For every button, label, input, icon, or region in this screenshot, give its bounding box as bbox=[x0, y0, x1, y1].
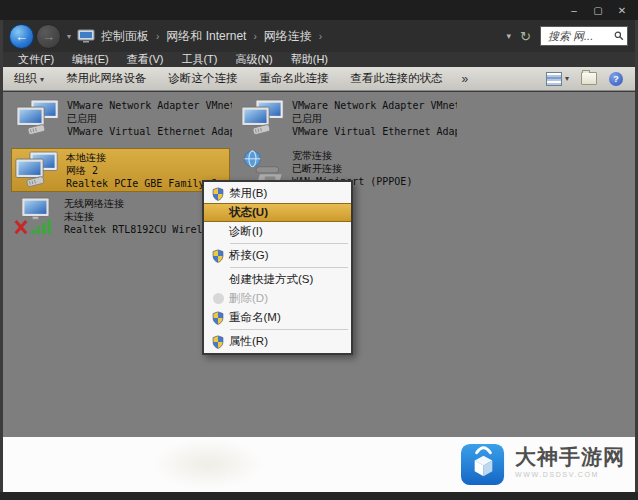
menu-item-label: 重命名(M) bbox=[229, 310, 281, 325]
menu-item-label: 诊断(I) bbox=[229, 224, 263, 239]
menu-item-label: 删除(D) bbox=[229, 291, 268, 306]
address-bar-right-controls: ▾ ↻ bbox=[507, 26, 635, 46]
breadcrumb-separator-icon: › bbox=[319, 31, 322, 42]
context-menu-item-diagnose[interactable]: 诊断(I) bbox=[204, 222, 351, 241]
menu-view[interactable]: 查看(V) bbox=[118, 52, 173, 67]
adapter-device: VMware Virtual Ethernet Adap... bbox=[67, 125, 232, 138]
search-box[interactable] bbox=[540, 26, 628, 46]
menu-tools[interactable]: 工具(T) bbox=[172, 52, 226, 67]
breadcrumb: 控制面板 › 网络和 Internet › 网络连接 › bbox=[101, 28, 322, 45]
command-toolbar: 组织▾ 禁用此网络设备 诊断这个连接 重命名此连接 查看此连接的状态 » ▾ ? bbox=[3, 67, 635, 91]
adapter-text: VMware Network Adapter VMnet8 已启用 VMware… bbox=[292, 99, 457, 138]
paper-texture-decoration bbox=[153, 439, 263, 489]
preview-pane-folder-icon[interactable] bbox=[581, 72, 597, 85]
uac-shield-icon bbox=[207, 187, 229, 201]
site-watermark: 大神手游网 WWW.DSDSV.COM bbox=[460, 440, 625, 487]
monitor-pair-icon bbox=[15, 151, 59, 190]
adapter-tile-wireless[interactable]: 无线网络连接 未连接 Realtek RTL8192CU Wireless ..… bbox=[13, 197, 229, 236]
menu-item-label: 属性(R) bbox=[229, 334, 268, 349]
organize-button[interactable]: 组织▾ bbox=[3, 71, 55, 86]
watermark-text: 大神手游网 WWW.DSDSV.COM bbox=[515, 440, 625, 478]
context-menu-item-rename[interactable]: 重命名(M) bbox=[204, 308, 351, 327]
page-footer-area: 大神手游网 WWW.DSDSV.COM bbox=[3, 437, 635, 492]
monitor-pair-icon bbox=[16, 99, 60, 138]
adapter-name: VMware Network Adapter VMnet8 bbox=[292, 99, 457, 112]
breadcrumb-separator-icon: › bbox=[253, 31, 256, 42]
context-menu-item-status[interactable]: 状态(U) bbox=[204, 203, 351, 222]
menu-bar: 文件(F) 编辑(E) 查看(V) 工具(T) 高级(N) 帮助(H) bbox=[3, 52, 635, 67]
breadcrumb-separator-icon: › bbox=[156, 31, 159, 42]
watermark-url: WWW.DSDSV.COM bbox=[515, 471, 625, 478]
adapter-name: 宽带连接 bbox=[292, 149, 412, 162]
menu-separator bbox=[230, 243, 348, 244]
menu-item-label: 状态(U) bbox=[229, 205, 268, 220]
nav-history-caret-icon[interactable]: ▾ bbox=[67, 32, 71, 41]
breadcrumb-control-panel[interactable]: 控制面板 bbox=[101, 28, 149, 45]
breadcrumb-network-connections[interactable]: 网络连接 bbox=[264, 28, 312, 45]
diagnose-connection-button[interactable]: 诊断这个连接 bbox=[158, 71, 249, 86]
uac-shield-icon bbox=[207, 311, 229, 325]
uac-shield-icon bbox=[207, 335, 229, 349]
menu-advanced[interactable]: 高级(N) bbox=[226, 52, 281, 67]
monitor-pair-icon bbox=[241, 99, 285, 138]
menu-separator bbox=[230, 267, 348, 268]
site-logo-cube-icon bbox=[460, 440, 507, 487]
menu-separator bbox=[230, 329, 348, 330]
uac-shield-icon bbox=[207, 249, 229, 263]
search-input[interactable] bbox=[546, 29, 614, 43]
context-menu-item-create-shortcut[interactable]: 创建快捷方式(S) bbox=[204, 270, 351, 289]
toolbar-overflow-chevron-icon[interactable]: » bbox=[454, 72, 477, 86]
forward-button[interactable]: → bbox=[36, 24, 61, 49]
context-menu-item-bridge[interactable]: 桥接(G) bbox=[204, 246, 351, 265]
adapter-device: VMware Virtual Ethernet Adap... bbox=[292, 125, 457, 138]
adapter-text: VMware Network Adapter VMnet1 已启用 VMware… bbox=[67, 99, 232, 138]
address-dropdown-icon[interactable]: ▾ bbox=[507, 31, 512, 41]
context-menu-item-delete: 删除(D) bbox=[204, 289, 351, 308]
adapter-status: 网络 2 bbox=[66, 164, 226, 177]
menu-file[interactable]: 文件(F) bbox=[9, 52, 63, 67]
network-connections-window: – ▢ ✕ ← → ▾ 控制面板 › 网络和 Internet › 网络连接 ›… bbox=[0, 0, 638, 500]
adapter-status: 已断开连接 bbox=[292, 162, 412, 175]
disable-device-button[interactable]: 禁用此网络设备 bbox=[55, 71, 158, 86]
wifi-disconnected-icon bbox=[13, 197, 57, 236]
close-button[interactable]: ✕ bbox=[610, 0, 634, 20]
disabled-dot-icon bbox=[207, 293, 229, 304]
adapter-tile-vmnet1[interactable]: VMware Network Adapter VMnet1 已启用 VMware… bbox=[16, 99, 232, 138]
minimize-button[interactable]: – bbox=[562, 0, 586, 20]
menu-item-label: 创建快捷方式(S) bbox=[229, 272, 313, 287]
menu-item-label: 禁用(B) bbox=[229, 186, 267, 201]
refresh-icon[interactable]: ↻ bbox=[520, 29, 531, 44]
adapter-name: 本地连接 bbox=[66, 151, 226, 164]
adapter-tile-vmnet8[interactable]: VMware Network Adapter VMnet8 已启用 VMware… bbox=[241, 99, 457, 138]
title-bar: – ▢ ✕ bbox=[0, 0, 638, 20]
address-bar: ← → ▾ 控制面板 › 网络和 Internet › 网络连接 › ▾ ↻ bbox=[3, 20, 635, 52]
menu-help[interactable]: 帮助(H) bbox=[282, 52, 337, 67]
window-controls: – ▢ ✕ bbox=[562, 0, 634, 20]
view-connection-status-button[interactable]: 查看此连接的状态 bbox=[340, 71, 454, 86]
views-icon bbox=[546, 72, 562, 86]
rename-connection-button[interactable]: 重命名此连接 bbox=[249, 71, 340, 86]
toolbar-right-controls: ▾ ? bbox=[546, 72, 635, 86]
context-menu: 禁用(B) 状态(U) 诊断(I) 桥接(G) 创建快捷方式(S) bbox=[202, 180, 353, 355]
breadcrumb-network-and-internet[interactable]: 网络和 Internet bbox=[166, 28, 246, 45]
maximize-button[interactable]: ▢ bbox=[586, 0, 610, 20]
back-button[interactable]: ← bbox=[9, 24, 34, 49]
search-icon[interactable] bbox=[614, 30, 624, 42]
chevron-down-icon: ▾ bbox=[40, 75, 44, 84]
context-menu-item-properties[interactable]: 属性(R) bbox=[204, 332, 351, 351]
watermark-title: 大神手游网 bbox=[515, 446, 625, 468]
menu-edit[interactable]: 编辑(E) bbox=[63, 52, 118, 67]
help-icon[interactable]: ? bbox=[609, 72, 623, 86]
connections-list-area: VMware Network Adapter VMnet1 已启用 VMware… bbox=[3, 92, 635, 437]
bottom-border-strip bbox=[0, 492, 638, 500]
change-view-button[interactable]: ▾ bbox=[546, 72, 569, 86]
adapter-name: VMware Network Adapter VMnet1 bbox=[67, 99, 232, 112]
chevron-down-icon: ▾ bbox=[565, 74, 569, 83]
menu-item-label: 桥接(G) bbox=[229, 248, 269, 263]
adapter-tile-local-area-connection[interactable]: 本地连接 网络 2 Realtek PCIe GBE Family Cont..… bbox=[11, 148, 230, 192]
location-computer-icon bbox=[77, 29, 95, 44]
adapter-status: 已启用 bbox=[292, 112, 457, 125]
context-menu-item-disable[interactable]: 禁用(B) bbox=[204, 184, 351, 203]
adapter-status: 已启用 bbox=[67, 112, 232, 125]
